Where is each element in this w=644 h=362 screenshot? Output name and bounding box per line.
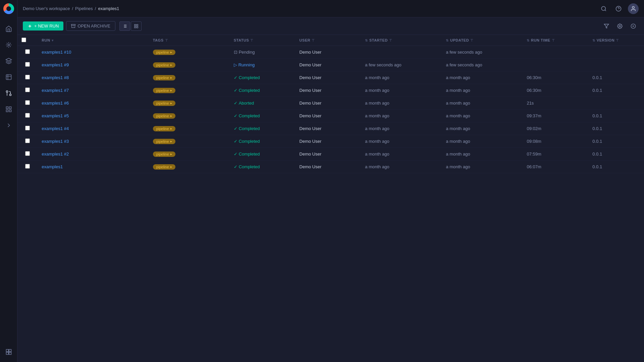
sidebar-item-home[interactable] bbox=[1, 21, 16, 36]
run-name[interactable]: examples1 #6 bbox=[42, 101, 69, 106]
user-avatar[interactable] bbox=[628, 3, 639, 14]
sidebar-item-layers[interactable] bbox=[1, 54, 16, 68]
sidebar-item-plugins[interactable] bbox=[1, 345, 16, 359]
run-tag-cell: pipeline bbox=[149, 59, 230, 71]
status-cell: ✓Completed bbox=[230, 148, 296, 161]
run-name[interactable]: examples1 #2 bbox=[42, 152, 69, 157]
run-name-cell[interactable]: examples1 #5 bbox=[38, 110, 149, 122]
table-row: examples1 #3pipeline✓CompletedDemo Usera… bbox=[17, 135, 644, 148]
runtime-filter-icon: ⊤ bbox=[552, 39, 555, 42]
header-status[interactable]: STATUS ⊤ bbox=[230, 35, 296, 46]
row-checkbox-8[interactable] bbox=[25, 75, 30, 79]
run-name-cell[interactable]: examples1 #2 bbox=[38, 148, 149, 161]
breadcrumb-workspace[interactable]: Demo User's workspace bbox=[23, 6, 70, 11]
tag-pill[interactable]: pipeline bbox=[153, 62, 175, 68]
tag-pill[interactable]: pipeline bbox=[153, 50, 175, 55]
row-checkbox-6[interactable] bbox=[25, 100, 30, 105]
header-run[interactable]: RUN ▾ bbox=[38, 35, 149, 46]
app-logo[interactable] bbox=[0, 0, 17, 17]
row-checkbox-4[interactable] bbox=[25, 126, 30, 130]
svg-rect-28 bbox=[135, 24, 136, 25]
row-checkbox-2[interactable] bbox=[25, 151, 30, 156]
runtime-cell bbox=[523, 46, 588, 59]
header-started[interactable]: ⇅ STARTED ⊤ bbox=[361, 35, 442, 46]
run-name[interactable]: examples1 #9 bbox=[42, 62, 69, 67]
user-name: Demo User bbox=[300, 139, 322, 144]
sidebar-item-arrow[interactable] bbox=[1, 118, 16, 133]
run-name-cell[interactable]: examples1 #4 bbox=[38, 122, 149, 135]
open-archive-button[interactable]: OPEN ARCHIVE bbox=[66, 21, 115, 31]
select-all-checkbox[interactable] bbox=[21, 38, 26, 42]
tag-pill[interactable]: pipeline bbox=[153, 126, 175, 131]
run-name[interactable]: examples1 #3 bbox=[42, 139, 69, 144]
run-name[interactable]: examples1 #7 bbox=[42, 88, 69, 93]
tag-pill[interactable]: pipeline bbox=[153, 75, 175, 80]
run-name-cell[interactable]: examples1 #8 bbox=[38, 71, 149, 84]
table-row: examples1 #9pipeline▷RunningDemo Usera f… bbox=[17, 59, 644, 71]
row-checkbox-3[interactable] bbox=[25, 138, 30, 143]
help-icon[interactable] bbox=[613, 3, 624, 14]
run-tag-cell: pipeline bbox=[149, 84, 230, 97]
svg-point-34 bbox=[631, 24, 635, 28]
sidebar-item-models[interactable] bbox=[1, 38, 16, 52]
run-name-cell[interactable]: examples1 #6 bbox=[38, 97, 149, 110]
run-name-cell[interactable]: examples1 #3 bbox=[38, 135, 149, 148]
svg-point-3 bbox=[6, 91, 8, 93]
version-cell: 0.0.1 bbox=[588, 148, 644, 161]
svg-rect-6 bbox=[9, 107, 11, 109]
version-cell bbox=[588, 46, 644, 59]
run-name[interactable]: examples1 #8 bbox=[42, 75, 69, 80]
run-name-cell[interactable]: examples1 #9 bbox=[38, 59, 149, 71]
run-name-cell[interactable]: examples1 #10 bbox=[38, 46, 149, 59]
run-name[interactable]: examples1 #10 bbox=[42, 50, 71, 55]
run-name[interactable]: examples1 #4 bbox=[42, 126, 69, 131]
status-badge: ✓Completed bbox=[234, 152, 291, 157]
run-name[interactable]: examples1 #5 bbox=[42, 113, 69, 118]
run-name-cell[interactable]: examples1 #7 bbox=[38, 84, 149, 97]
row-checkbox-9[interactable] bbox=[25, 62, 30, 67]
runtime-cell bbox=[523, 59, 588, 71]
table-row: examples1 #10pipeline⊡PendingDemo Usera … bbox=[17, 46, 644, 59]
tag-pill[interactable]: pipeline bbox=[153, 101, 175, 106]
new-run-button[interactable]: + NEW RUN bbox=[23, 21, 63, 31]
tag-pill[interactable]: pipeline bbox=[153, 152, 175, 157]
breadcrumb-pipelines[interactable]: Pipelines bbox=[75, 6, 93, 11]
user-name: Demo User bbox=[300, 152, 322, 157]
header-updated[interactable]: ⇅ UPDATED ⊤ bbox=[442, 35, 523, 46]
pause-icon[interactable] bbox=[628, 21, 639, 32]
filter-icon[interactable] bbox=[601, 21, 612, 32]
user-filter-icon: ⊤ bbox=[312, 39, 315, 42]
search-icon[interactable] bbox=[598, 3, 609, 14]
list-view-button[interactable] bbox=[119, 21, 130, 31]
row-checkbox-5[interactable] bbox=[25, 113, 30, 118]
version-cell: 0.0.1 bbox=[588, 135, 644, 148]
run-name-cell[interactable]: examples1 bbox=[38, 161, 149, 173]
view-toggle bbox=[119, 21, 142, 31]
tag-pill[interactable]: pipeline bbox=[153, 139, 175, 144]
header-user[interactable]: USER ⊤ bbox=[296, 35, 361, 46]
header-tags[interactable]: TAGS ⊤ bbox=[149, 35, 230, 46]
tag-pill[interactable]: pipeline bbox=[153, 113, 175, 119]
logo-circle bbox=[3, 3, 14, 14]
header-runtime[interactable]: ⇅ RUN TIME ⊤ bbox=[523, 35, 588, 46]
run-tag-cell: pipeline bbox=[149, 148, 230, 161]
header-version[interactable]: ⇅ VERSION ⊤ bbox=[588, 35, 644, 46]
row-checkbox-1[interactable] bbox=[25, 164, 30, 169]
svg-point-2 bbox=[9, 94, 11, 96]
status-badge: ✓Completed bbox=[234, 113, 291, 118]
sidebar bbox=[0, 0, 17, 362]
run-tag-cell: pipeline bbox=[149, 46, 230, 59]
updated-cell: a month ago bbox=[442, 122, 523, 135]
sidebar-item-datasets[interactable] bbox=[1, 102, 16, 117]
tag-pill[interactable]: pipeline bbox=[153, 88, 175, 93]
sidebar-item-experiments[interactable] bbox=[1, 70, 16, 84]
settings-icon[interactable] bbox=[614, 21, 625, 32]
run-name[interactable]: examples1 bbox=[42, 164, 63, 169]
tag-pill[interactable]: pipeline bbox=[153, 164, 175, 170]
run-tag-cell: pipeline bbox=[149, 122, 230, 135]
row-checkbox-10[interactable] bbox=[25, 49, 30, 54]
row-checkbox-7[interactable] bbox=[25, 87, 30, 92]
sidebar-item-pipelines[interactable] bbox=[1, 86, 16, 101]
svg-marker-1 bbox=[6, 58, 11, 61]
grid-view-button[interactable] bbox=[131, 21, 142, 31]
